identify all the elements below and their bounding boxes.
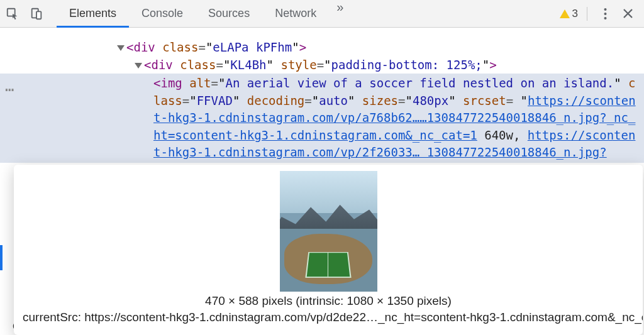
devtools-tabs: Elements Console Sources Network » <box>57 0 351 27</box>
dom-node[interactable]: <div class="eLAPa kPFhm"> <box>0 39 644 57</box>
warning-icon <box>560 9 570 18</box>
selection-indicator <box>0 245 3 270</box>
attr-value: padding-bottom: 125%; <box>331 58 482 72</box>
attr-value: auto <box>319 94 348 107</box>
attr-name: class <box>180 58 216 72</box>
tag-name: img <box>160 76 182 90</box>
expand-toggle-icon[interactable] <box>135 63 142 69</box>
tag-name: div <box>151 58 172 72</box>
tab-elements[interactable]: Elements <box>57 0 129 27</box>
attr-value: FFVAD <box>197 94 233 107</box>
image-hover-tooltip: 470 × 588 pixels (intrinsic: 1080 × 1350… <box>14 165 643 335</box>
device-toggle-icon[interactable] <box>28 5 45 23</box>
more-tabs-icon[interactable]: » <box>329 0 351 27</box>
attr-name: decoding <box>247 94 305 107</box>
dom-node[interactable]: <div class="KL4Bh" style="padding-bottom… <box>0 57 644 74</box>
ellipsis-icon: … <box>5 75 14 97</box>
devtools-toolbar: Elements Console Sources Network » 3 <box>0 0 644 28</box>
srcset-descriptor: 640w, <box>477 128 528 142</box>
attr-name: sizes <box>362 94 398 107</box>
warning-count: 3 <box>572 8 578 20</box>
attr-value: 480px <box>413 94 448 107</box>
attr-name: class <box>162 40 198 54</box>
svg-rect-2 <box>36 11 41 19</box>
dom-node-selected[interactable]: <img alt="An aerial view of a soccer fie… <box>0 74 644 163</box>
settings-menu-icon[interactable] <box>596 5 614 23</box>
svg-point-4 <box>604 13 606 15</box>
attr-value: eLAPa kPFhm <box>213 40 292 54</box>
image-current-src: currentSrc: https://scontent-hkg3-1.cdni… <box>23 310 634 324</box>
warnings-badge[interactable]: 3 <box>560 8 578 20</box>
divider <box>587 7 587 21</box>
tab-network[interactable]: Network <box>262 0 329 27</box>
inspect-element-icon[interactable] <box>4 5 21 23</box>
attr-value: KL4Bh <box>230 58 266 72</box>
attr-name: srcset <box>463 94 506 107</box>
toolbar-left <box>4 5 57 23</box>
image-dimensions: 470 × 588 pixels (intrinsic: 1080 × 1350… <box>23 294 634 308</box>
attr-name: style <box>280 58 316 72</box>
svg-point-5 <box>604 17 606 19</box>
toolbar-right: 3 <box>560 5 640 23</box>
attr-name: alt <box>189 76 211 90</box>
image-thumbnail <box>280 171 377 292</box>
expand-toggle-icon[interactable] <box>117 45 125 51</box>
svg-point-3 <box>604 8 606 11</box>
tab-sources[interactable]: Sources <box>196 0 262 27</box>
tab-console[interactable]: Console <box>129 0 196 27</box>
attr-value: An aerial view of a soccer field nestled… <box>225 76 614 90</box>
elements-tree[interactable]: … <div class="eLAPa kPFhm"> <div class="… <box>0 28 644 163</box>
close-icon[interactable] <box>619 5 636 23</box>
tag-name: div <box>133 40 155 54</box>
